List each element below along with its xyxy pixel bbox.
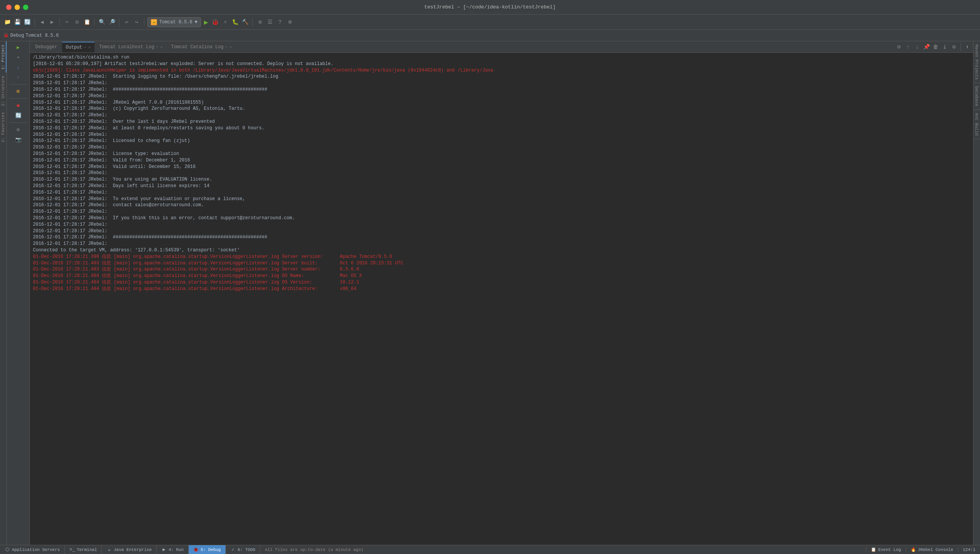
debug-tab-bar: 🐞 Debug Tomcat 8.5.6 [0,30,980,41]
paste-icon[interactable]: 📋 [83,18,91,26]
position-indicator: 124:1 [958,547,980,552]
rerun-button[interactable]: 🔄 [11,111,26,120]
run-label: 4: Run [168,547,184,552]
run-config-selector[interactable]: 🐱 Tomcat 8.5.6 ▼ [147,17,201,27]
log-line: /Library/tomcat/bin/catalina.sh run [33,54,970,61]
tab-localhost-log[interactable]: Tomcat Localhost Log → ✕ [95,42,167,52]
tab-localhost-label: Tomcat Localhost Log [99,44,154,50]
output-pin-icon: → [84,45,86,49]
debug-button[interactable]: 🐞 [211,18,219,26]
log-line: 2016-12-01 17:28:17 JRebel: ############… [33,86,970,93]
status-tab-terminal[interactable]: >_ Terminal [65,545,102,554]
sep3 [94,18,95,26]
catalina-close-icon[interactable]: ✕ [230,45,232,49]
run-button[interactable]: ▶ [203,18,210,26]
log-line: objc[1689]: Class JavaLaunchHelper is im… [33,67,970,74]
evaluate-button[interactable]: ⊞ [11,87,26,96]
tab-catalina-log[interactable]: Tomcat Catalina Log → ✕ [167,42,236,52]
coverage-button[interactable]: ⚡ [221,18,229,26]
step-into-button[interactable]: ↓ [11,63,26,72]
file-icon[interactable]: 📁 [3,18,11,26]
log-line: 2016-12-01 17:28:17 JRebel: (c) Copyrigh… [33,106,970,112]
structure-icon[interactable]: ☰ [266,18,274,26]
jrebel-console-tab[interactable]: 🔥 JRebel Console [906,547,958,552]
scroll-up-icon[interactable]: ↑ [904,43,912,51]
filter-icon[interactable]: ⊟ [895,43,903,51]
event-log-tab[interactable]: 📋 Event Log [866,547,905,552]
close-button[interactable] [6,5,11,10]
clear-icon[interactable]: 🗑 [931,43,940,51]
log-line: 01-Dec-2016 17:28:21.404 信息 [main] org.a… [33,273,970,279]
log-line: 2016-12-01 17:28:17 JRebel: ############… [33,234,970,241]
log-line: 2016-12-01 17:28:17 JRebel: Licensed to … [33,138,970,144]
redo-icon[interactable]: ↪ [132,18,141,26]
log-line: 2016-12-01 17:28:17 JRebel: [33,209,970,215]
settings-icon[interactable]: ⚙ [256,18,264,26]
forward-icon[interactable]: ▶ [48,18,56,26]
back-icon[interactable]: ◀ [38,18,46,26]
sidebar-item-favorites[interactable]: 2: Favorites [0,109,7,145]
tab-output[interactable]: Output → ✕ [62,42,95,52]
window-controls[interactable] [6,5,28,10]
debug-label: 🐞 Debug Tomcat 8.5.6 [3,33,59,38]
right-sidebar: Maven Projects Database Ant Build [973,41,980,545]
java-label: Java Enterprise [114,547,152,552]
status-tab-run[interactable]: ▶ 4: Run [157,545,189,554]
database-label[interactable]: Database [973,83,980,110]
status-tab-app-servers[interactable]: ⬡ Application Servers [0,545,65,554]
step-out-button[interactable]: ↑ [11,73,26,82]
undo-icon[interactable]: ↩ [122,18,131,26]
log-line: 2016-12-01 17:28:17 JRebel: [33,222,970,228]
log-line: 2016-12-01 17:28:17 JRebel: License type… [33,151,970,157]
stop-button[interactable]: ■ [11,101,26,110]
localhost-close-icon[interactable]: ✕ [160,45,163,49]
save-icon[interactable]: 💾 [13,18,21,26]
step-over-button[interactable]: ↷ [11,53,26,62]
scroll-end-icon[interactable]: ⤓ [941,43,949,51]
ant-build-label[interactable]: Ant Build [973,110,980,139]
replace-icon[interactable]: 🔎 [108,18,116,26]
maven-projects-label[interactable]: Maven Projects [973,41,980,83]
tab-output-label: Output [66,45,82,50]
detach-icon[interactable]: ⬆ [963,43,972,51]
sync-icon[interactable]: 🔄 [23,18,31,26]
cut-icon[interactable]: ✂ [63,18,71,26]
tomcat-icon: 🐱 [151,19,157,25]
status-tab-java-enterprise[interactable]: ☕ Java Enterprise [102,545,157,554]
log-line: 2016-12-01 17:28:17 JRebel: To extend yo… [33,196,970,202]
help-icon[interactable]: ? [276,18,284,26]
tool-tabs: Debugger Output → ✕ Tomcat Localhost Log… [30,41,973,53]
camera-btn[interactable]: 📷 [11,135,26,144]
log-line: 2016-12-01 17:28:17 JRebel: Valid until:… [33,164,970,170]
log-output[interactable]: /Library/tomcat/bin/catalina.sh run[2016… [30,53,973,545]
run-config-label: Tomcat 8.5.6 [159,20,192,25]
status-tab-todo[interactable]: ✓ 6: TODO [226,545,260,554]
tab-debugger[interactable]: Debugger [31,42,61,52]
search-icon[interactable]: 🔍 [98,18,106,26]
maximize-button[interactable] [23,5,28,10]
settings-btn[interactable]: ⚙ [11,125,26,134]
event-log-icon: 📋 [871,547,876,552]
more-icon[interactable]: ⊞ [286,18,294,26]
sep4 [119,18,119,26]
sidebar-item-project[interactable]: 1: Project [0,41,7,73]
output-close-icon[interactable]: ✕ [88,45,91,50]
log-line: 2016-12-01 17:28:17 JRebel: [33,144,970,151]
app-servers-icon: ⬡ [5,547,10,552]
pin-icon[interactable]: 📌 [922,43,931,51]
build-icon[interactable]: 🔨 [241,18,249,26]
log-line: 2016-12-01 17:28:17 JRebel: [33,93,970,99]
debug-status-icon: 🐞 [193,547,199,552]
minimize-button[interactable] [15,5,20,10]
copy-icon[interactable]: ⊡ [73,18,81,26]
log-line: 2016-12-01 17:28:17 JRebel: If you think… [33,215,970,222]
status-tab-debug[interactable]: 🐞 5: Debug [189,545,226,554]
scroll-down-icon[interactable]: ↓ [913,43,921,51]
sidebar-item-structure[interactable]: Z: Structure [0,73,7,109]
jrebel-label: JRebel Console [918,547,953,552]
debug-label-status: 5: Debug [201,547,221,552]
settings2-icon[interactable]: ⚙ [950,43,958,51]
profile-button[interactable]: 🐛 [231,18,239,26]
status-bar-right: 📋 Event Log 🔥 JRebel Console 124:1 [866,547,980,552]
resume-button[interactable]: ▶ [11,43,26,52]
